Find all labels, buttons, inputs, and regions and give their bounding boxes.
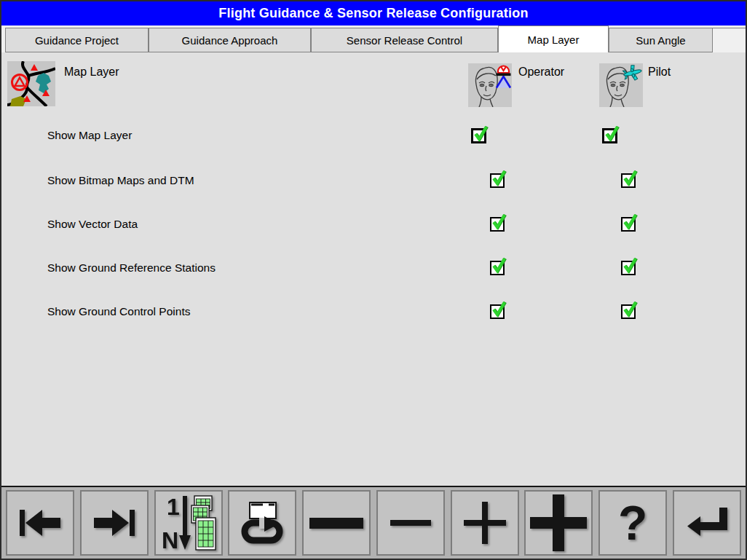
row-label: Show Bitmap Maps and DTM xyxy=(47,174,194,187)
tab-guidance-approach[interactable]: Guidance Approach xyxy=(149,28,311,52)
checkbox-show-ground-control-points-operator[interactable] xyxy=(490,304,505,319)
application-window: Flight Guidance & Sensor Release Configu… xyxy=(0,0,747,560)
column-header-pilot: Pilot xyxy=(648,66,671,79)
increase-coarse-button[interactable] xyxy=(524,490,593,556)
pilot-face-airplane-icon xyxy=(599,63,643,110)
sort-pages-button[interactable]: 1 N xyxy=(154,490,223,556)
checkbox-show-map-layer-operator[interactable] xyxy=(471,128,486,143)
window-title: Flight Guidance & Sensor Release Configu… xyxy=(218,6,528,21)
map-layer-icon xyxy=(7,61,55,109)
svg-text:N: N xyxy=(162,527,178,551)
row-label: Show Vector Data xyxy=(47,218,138,231)
plus-thin-icon xyxy=(464,502,506,544)
checkbox-show-vector-data-pilot[interactable] xyxy=(621,217,636,232)
checkbox-show-bitmap-dtm-pilot[interactable] xyxy=(621,173,636,188)
decrease-coarse-button[interactable] xyxy=(302,490,371,556)
map-layer-panel: Map Layer xyxy=(1,52,746,486)
arrow-right-to-bar-icon xyxy=(90,505,138,541)
row-label: Show Map Layer xyxy=(47,129,132,142)
sort-1-to-n-pages-icon: 1 N xyxy=(161,494,216,551)
checkbox-show-map-layer-pilot[interactable] xyxy=(602,128,617,143)
row-label: Show Ground Control Points xyxy=(47,305,190,318)
decrease-fine-button[interactable] xyxy=(376,490,445,556)
checkbox-show-ground-reference-stations-pilot[interactable] xyxy=(621,261,636,275)
cycle-window-button[interactable] xyxy=(228,490,296,556)
checkbox-show-bitmap-dtm-operator[interactable] xyxy=(490,173,505,188)
help-button[interactable]: ? xyxy=(598,490,667,556)
tab-sun-angle[interactable]: Sun Angle xyxy=(609,28,713,52)
tab-bar-filler xyxy=(713,28,746,52)
bottom-toolbar: 1 N xyxy=(1,486,746,559)
table-row: Show Map Layer xyxy=(1,128,746,146)
arrow-left-to-bar-icon xyxy=(16,505,64,541)
checkbox-show-ground-reference-stations-operator[interactable] xyxy=(490,261,505,275)
row-label: Show Ground Reference Stations xyxy=(47,261,216,275)
table-row: Show Bitmap Maps and DTM xyxy=(1,173,746,191)
minus-thick-icon xyxy=(309,518,363,529)
enter-button[interactable] xyxy=(673,490,741,556)
column-header-operator: Operator xyxy=(518,66,564,79)
question-mark-icon: ? xyxy=(618,499,647,547)
minus-thin-icon xyxy=(390,520,431,526)
window-cycle-loop-icon xyxy=(238,501,286,545)
panel-title: Map Layer xyxy=(64,66,119,79)
operator-face-camera-icon xyxy=(468,63,512,110)
enter-return-arrow-icon xyxy=(684,505,730,541)
increase-fine-button[interactable] xyxy=(451,490,519,556)
checkbox-show-ground-control-points-pilot[interactable] xyxy=(621,304,636,319)
svg-text:1: 1 xyxy=(167,494,180,520)
tab-bar: Guidance Project Guidance Approach Senso… xyxy=(1,25,746,52)
table-row: Show Vector Data xyxy=(1,217,746,234)
plus-thick-icon xyxy=(530,494,587,551)
table-row: Show Ground Reference Stations xyxy=(1,261,746,278)
tab-map-layer[interactable]: Map Layer xyxy=(498,25,609,52)
page-first-button[interactable] xyxy=(6,490,74,556)
checkbox-show-vector-data-operator[interactable] xyxy=(490,217,505,232)
title-bar: Flight Guidance & Sensor Release Configu… xyxy=(1,1,746,25)
page-last-button[interactable] xyxy=(80,490,149,556)
tab-guidance-project[interactable]: Guidance Project xyxy=(5,28,149,52)
table-row: Show Ground Control Points xyxy=(1,304,746,322)
tab-sensor-release-control[interactable]: Sensor Release Control xyxy=(311,28,498,52)
